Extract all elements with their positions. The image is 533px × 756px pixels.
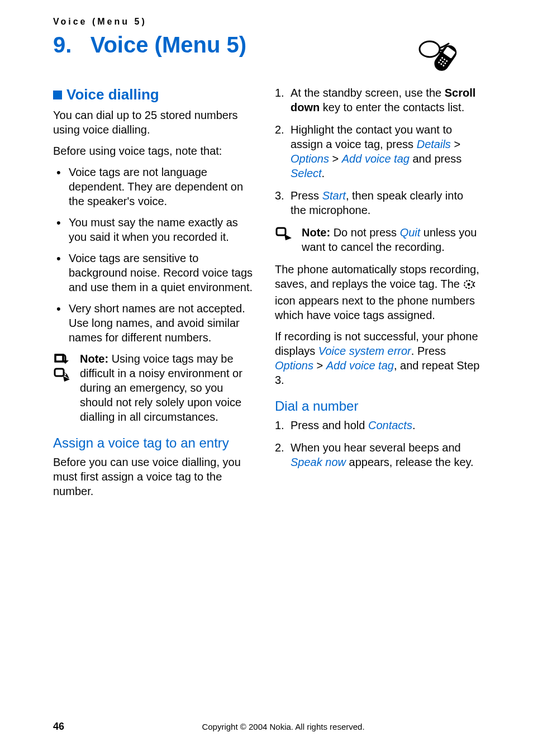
step-number: 1. xyxy=(275,418,284,432)
section-title-text: Voice dialling xyxy=(66,85,159,104)
subsection-dial-a-number: Dial a number xyxy=(275,397,480,415)
assign-para: Before you can use voice dialling, you m… xyxy=(53,455,258,498)
page-number: 46 xyxy=(53,721,87,733)
chapter-title-text: Voice (Menu 5) xyxy=(91,32,246,57)
note-label: Note: xyxy=(302,226,330,239)
left-column: Voice dialling You can dial up to 25 sto… xyxy=(53,85,258,505)
step-text: key to enter the contacts list. xyxy=(320,101,464,113)
list-item: 1. Press and hold Contacts. xyxy=(275,418,480,432)
list-item: 2. Highlight the contact you want to ass… xyxy=(275,122,480,180)
para-text: . Press xyxy=(411,345,446,357)
svg-rect-14 xyxy=(277,228,285,235)
page-footer: 46 Copyright © 2004 Nokia. All rights re… xyxy=(53,721,480,733)
step-number: 2. xyxy=(275,122,284,137)
svg-rect-12 xyxy=(55,369,64,376)
menu-path: Start xyxy=(322,189,346,202)
dial-steps-list: 1. Press and hold Contacts. 2. When you … xyxy=(275,418,480,469)
auto-stop-para: The phone automatically stops recording,… xyxy=(275,262,480,322)
step-number: 3. xyxy=(275,188,284,203)
recording-fail-para: If recording is not successful, your pho… xyxy=(275,329,480,387)
list-item: 3. Press Start, then speak clearly into … xyxy=(275,188,480,217)
running-head: Voice (Menu 5) xyxy=(53,17,480,27)
section-bullet-icon xyxy=(53,91,62,99)
menu-path: Voice system error xyxy=(318,345,411,357)
chapter-number: 9. xyxy=(53,32,72,57)
list-item: You must say the name exactly as you sai… xyxy=(53,215,258,244)
note-label: Note: xyxy=(80,353,108,365)
subsection-assign-voice-tag: Assign a voice tag to an entry xyxy=(53,434,258,451)
chapter-title: 9. Voice (Menu 5) xyxy=(53,32,246,58)
note-arrow-icon xyxy=(53,351,73,424)
note-body: Note: Do not press Quit unless you want … xyxy=(302,225,480,254)
list-item: Voice tags are sensitive to background n… xyxy=(53,251,258,294)
before-using-para: Before using voice tags, note that: xyxy=(53,144,258,158)
menu-path: Options xyxy=(275,359,313,372)
menu-path: Speak now xyxy=(291,456,346,468)
intro-para: You can dial up to 25 stored numbers usi… xyxy=(53,108,258,137)
voice-tag-icon xyxy=(463,279,475,293)
right-column: 1. At the standby screen, use the Scroll… xyxy=(275,85,480,505)
note-text: Do not press xyxy=(330,226,400,239)
note-block: Note: Using voice tags may be difficult … xyxy=(53,351,258,424)
voice-tag-notes-list: Voice tags are not language dependent. T… xyxy=(53,165,258,345)
step-number: 2. xyxy=(275,440,284,455)
para-text: icon appears next to the phone numbers w… xyxy=(275,294,475,321)
chapter-header: 9. Voice (Menu 5) xyxy=(53,32,480,85)
list-item: 2. When you hear several beeps and Speak… xyxy=(275,440,480,469)
list-item: 1. At the standby screen, use the Scroll… xyxy=(275,85,480,115)
step-number: 1. xyxy=(275,85,284,100)
section-voice-dialling: Voice dialling xyxy=(53,85,258,104)
list-item: Very short names are not accepted. Use l… xyxy=(53,301,258,345)
step-text: At the standby screen, use the xyxy=(291,87,445,99)
svg-point-0 xyxy=(420,41,440,57)
menu-path: Add voice tag xyxy=(342,153,410,165)
menu-path: Select xyxy=(291,167,322,179)
menu-path: Options xyxy=(291,153,329,165)
para-text: The phone automatically stops recording,… xyxy=(275,263,479,290)
menu-path: Quit xyxy=(400,226,421,239)
menu-path: Details xyxy=(417,138,451,150)
svg-rect-1 xyxy=(431,42,459,74)
note-block: Note: Do not press Quit unless you want … xyxy=(275,225,480,254)
step-text: When you hear several beeps and xyxy=(291,441,461,454)
step-text: and press xyxy=(410,153,461,165)
menu-path: Add voice tag xyxy=(326,359,394,372)
two-column-layout: Voice dialling You can dial up to 25 sto… xyxy=(53,85,480,505)
step-text: appears, release the key. xyxy=(346,456,474,468)
note-body: Note: Using voice tags may be difficult … xyxy=(80,351,258,424)
note-arrow-icon xyxy=(275,225,295,254)
menu-path: Contacts xyxy=(368,419,412,431)
svg-point-17 xyxy=(467,283,470,286)
assign-steps-list: 1. At the standby screen, use the Scroll… xyxy=(275,85,480,217)
step-text: Press and hold xyxy=(291,419,368,431)
step-text: Press xyxy=(291,189,322,202)
voice-phone-icon xyxy=(413,32,480,77)
copyright-text: Copyright © 2004 Nokia. All rights reser… xyxy=(87,722,480,731)
list-item: Voice tags are not language dependent. T… xyxy=(53,165,258,208)
svg-marker-15 xyxy=(284,234,292,240)
